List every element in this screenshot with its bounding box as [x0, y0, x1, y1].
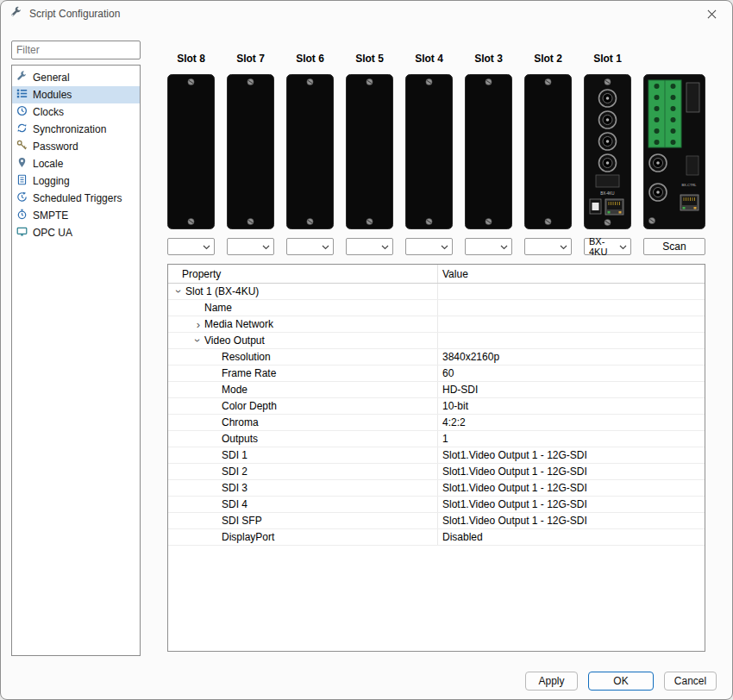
slot-2-module-select[interactable] [524, 238, 572, 255]
table-row[interactable]: DisplayPort Disabled [168, 529, 705, 546]
slot-1-label: Slot 1 [584, 53, 631, 74]
slot-7-blank-card[interactable] [227, 74, 274, 229]
property-label: Mode [222, 384, 247, 396]
sync-icon [16, 122, 28, 136]
cancel-button-label: Cancel [674, 675, 706, 687]
slot-5-label: Slot 5 [346, 53, 393, 74]
table-row[interactable]: Color Depth 10-bit [168, 398, 705, 415]
script-configuration-dialog: Script Configuration General Modules Clo… [0, 0, 733, 700]
value-label: 60 [442, 367, 454, 379]
sidebar-item-label: Locale [33, 158, 63, 170]
scan-button-label: Scan [662, 241, 686, 253]
scan-button[interactable]: Scan [643, 238, 705, 255]
slot-7-label: Slot 7 [227, 53, 274, 74]
table-row[interactable]: Outputs 1 [168, 431, 705, 447]
sidebar-item-label: Scheduled Triggers [33, 192, 122, 204]
property-label: DisplayPort [222, 531, 274, 543]
chevron-down-icon [262, 241, 270, 252]
slot-6-blank-card[interactable] [286, 74, 334, 229]
slot-3-module-select[interactable] [465, 238, 512, 255]
sidebar-item-label: Clocks [33, 106, 64, 118]
table-row[interactable]: SDI 3 Slot1.Video Output 1 - 12G-SDI [168, 480, 705, 497]
slot-1-module-select[interactable]: BX-4KU [584, 238, 631, 255]
sidebar-item-opc-ua[interactable]: OPC UA [12, 224, 140, 241]
sidebar-item-locale[interactable]: Locale [12, 155, 140, 172]
property-label: Outputs [222, 433, 258, 445]
slot-5-blank-card[interactable] [346, 74, 393, 229]
titlebar: Script Configuration [1, 1, 732, 27]
slot-4-module-select[interactable] [405, 238, 453, 255]
table-row[interactable]: SDI SFP Slot1.Video Output 1 - 12G-SDI [168, 513, 705, 529]
table-row[interactable]: SDI 4 Slot1.Video Output 1 - 12G-SDI [168, 497, 705, 513]
slot-8-label: Slot 8 [167, 53, 215, 74]
property-label: SDI 2 [222, 466, 247, 478]
apply-button-label: Apply [538, 675, 564, 687]
slot1-card-label: BX-4KU [600, 191, 614, 196]
controller-card-label: BX-CTRL [681, 183, 697, 187]
stopwatch-icon [16, 209, 28, 222]
slot-6-module-select[interactable] [286, 238, 334, 255]
table-row[interactable]: Resolution 3840x2160p [168, 349, 705, 366]
apply-button[interactable]: Apply [525, 672, 578, 691]
value-label: 4:2:2 [442, 416, 466, 428]
table-row[interactable]: Name [168, 300, 705, 316]
table-row[interactable]: Mode HD-SDI [168, 382, 705, 398]
log-document-icon [16, 174, 28, 188]
sidebar-item-password[interactable]: Password [12, 138, 140, 155]
table-row[interactable]: Media Network [168, 316, 705, 333]
slot-8-blank-card[interactable] [167, 74, 215, 229]
controller-card[interactable]: BX-CTRL [643, 74, 705, 229]
sidebar-item-label: OPC UA [33, 227, 72, 239]
chevron-down-icon [322, 241, 329, 252]
table-header: Property Value [168, 265, 705, 284]
value-label: 10-bit [442, 400, 468, 412]
property-label: SDI SFP [222, 515, 262, 527]
slot-6-label: Slot 6 [286, 53, 334, 74]
slot-7-module-select[interactable] [227, 238, 274, 255]
key-icon [16, 140, 28, 153]
settings-category-list: General Modules Clocks Synchronization P… [11, 65, 141, 656]
sidebar-item-logging[interactable]: Logging [12, 172, 140, 190]
sidebar-item-label: General [33, 72, 70, 84]
slot-5-module-select[interactable] [346, 238, 393, 255]
table-row[interactable]: SDI 2 Slot1.Video Output 1 - 12G-SDI [168, 464, 705, 480]
table-row[interactable]: Chroma 4:2:2 [168, 415, 705, 431]
property-label: SDI 3 [222, 482, 247, 494]
slot-3-blank-card[interactable] [465, 74, 512, 229]
table-row[interactable]: SDI 1 Slot1.Video Output 1 - 12G-SDI [168, 447, 705, 464]
ok-button[interactable]: OK [588, 672, 654, 691]
slot-2-blank-card[interactable] [524, 74, 572, 229]
property-label: Resolution [222, 351, 271, 363]
value-label: 1 [442, 433, 448, 445]
value-label: Disabled [442, 531, 483, 543]
property-label: Name [204, 302, 232, 314]
table-row[interactable]: Slot 1 (BX-4KU) [168, 284, 705, 300]
slot-4-blank-card[interactable] [405, 74, 453, 229]
sidebar-item-synchronization[interactable]: Synchronization [12, 121, 140, 138]
sidebar-item-clocks[interactable]: Clocks [12, 103, 140, 121]
filter-input[interactable] [11, 41, 141, 59]
expander-icon[interactable] [192, 317, 204, 331]
value-label: Slot1.Video Output 1 - 12G-SDI [442, 498, 587, 510]
expander-icon[interactable] [172, 285, 186, 297]
sidebar-item-label: Synchronization [33, 123, 106, 135]
property-label: Chroma [222, 416, 259, 428]
value-label: Slot1.Video Output 1 - 12G-SDI [442, 482, 587, 494]
location-pin-icon [16, 157, 28, 171]
cancel-button[interactable]: Cancel [664, 672, 717, 691]
app-icon [10, 6, 22, 22]
property-label: Media Network [204, 318, 273, 330]
sidebar-item-smpte[interactable]: SMPTE [12, 207, 140, 224]
property-label: SDI 4 [222, 498, 247, 510]
table-row[interactable]: Frame Rate 60 [168, 366, 705, 382]
table-row[interactable]: Video Output [168, 333, 705, 349]
sidebar-item-modules[interactable]: Modules [12, 86, 140, 103]
close-icon[interactable] [698, 4, 725, 24]
slot-3-label: Slot 3 [465, 53, 512, 74]
expander-icon[interactable] [191, 334, 205, 347]
sidebar-item-scheduled-triggers[interactable]: Scheduled Triggers [12, 190, 140, 207]
slot-8-module-select[interactable] [167, 238, 215, 255]
value-label: Slot1.Video Output 1 - 12G-SDI [442, 466, 587, 478]
slot-1-module-card[interactable]: BX-4KU [584, 74, 631, 229]
sidebar-item-general[interactable]: General [12, 69, 140, 86]
